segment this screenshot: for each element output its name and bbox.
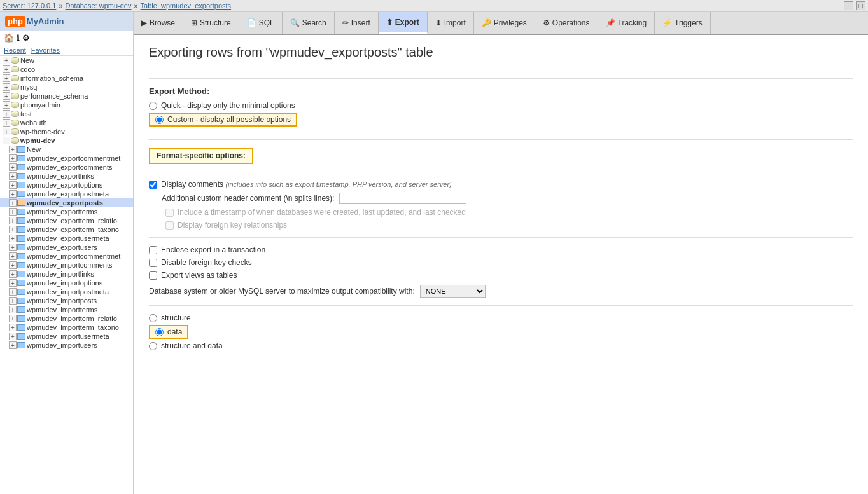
sidebar-table-exportpostmeta[interactable]: + wpmudev_exportpostmeta <box>0 189 133 198</box>
sidebar-table-importterm-relatio[interactable]: + wpmudev_importterm_relatio <box>0 314 133 323</box>
t14-expand[interactable]: + <box>9 270 17 278</box>
sidebar-table-importusermeta[interactable]: + wpmudev_importusermeta <box>0 332 133 341</box>
enclose-transaction-checkbox[interactable] <box>149 246 157 254</box>
tab-structure[interactable]: ⊞ Structure <box>183 12 239 34</box>
sidebar-table-importcomments[interactable]: + wpmudev_importcomments <box>0 261 133 270</box>
t6-expand[interactable]: + <box>9 199 17 207</box>
t12-expand[interactable]: + <box>9 252 17 260</box>
cdcol-expand[interactable]: + <box>3 65 10 73</box>
t21-expand[interactable]: + <box>9 333 17 340</box>
sidebar-table-exportterms[interactable]: + wpmudev_exportterms <box>0 207 133 216</box>
t11-expand[interactable]: + <box>9 244 17 251</box>
new-table-plus[interactable]: + <box>9 146 17 153</box>
sidebar-item-performance-schema[interactable]: + performance_schema <box>0 92 133 100</box>
wptheme-expand[interactable]: + <box>3 128 10 135</box>
t22-expand[interactable]: + <box>9 341 17 349</box>
home-icon[interactable]: 🏠 <box>4 33 14 43</box>
table-link[interactable]: Table: wpmudev_exportposts <box>141 2 231 10</box>
tab-triggers[interactable]: ⚡ Triggers <box>655 12 711 34</box>
recent-link[interactable]: Recent <box>4 46 26 54</box>
favorites-link[interactable]: Favorites <box>31 46 60 54</box>
radio-structure[interactable] <box>149 314 157 322</box>
t19-expand[interactable]: + <box>9 315 17 322</box>
sidebar-item-wp-theme-dev[interactable]: + wp-theme-dev <box>0 127 133 136</box>
mysql-expand[interactable]: + <box>3 83 10 91</box>
export-views-checkbox[interactable] <box>149 271 157 280</box>
t7-expand[interactable]: + <box>9 208 17 216</box>
new-table-item[interactable]: + New <box>0 145 133 154</box>
restore-btn[interactable]: □ <box>856 1 865 10</box>
server-link[interactable]: Server: 127.0.0.1 <box>3 2 56 10</box>
sidebar-table-importposts[interactable]: + wpmudev_importposts <box>0 296 133 305</box>
tab-browse[interactable]: ▶ Browse <box>134 12 183 34</box>
t13-expand[interactable]: + <box>9 261 17 269</box>
t3-expand[interactable]: + <box>9 172 17 180</box>
t10-expand[interactable]: + <box>9 235 17 242</box>
custom-label[interactable]: Custom - display all possible options <box>167 115 291 124</box>
sidebar-table-importterm-taxono[interactable]: + wpmudev_importterm_taxono <box>0 323 133 332</box>
sidebar-table-exportcomments[interactable]: + wpmudev_exportcomments <box>0 163 133 172</box>
sidebar-table-importcommentmet[interactable]: + wpmudev_importcommentmet <box>0 252 133 261</box>
sidebar-item-wpmu-dev[interactable]: − wpmu-dev <box>0 136 133 145</box>
info-icon[interactable]: ℹ <box>17 33 20 43</box>
sidebar-table-exportoptions[interactable]: + wpmudev_exportoptions <box>0 181 133 189</box>
tab-search[interactable]: 🔍 Search <box>283 12 335 34</box>
tab-sql[interactable]: 📄 SQL <box>239 12 283 34</box>
tab-insert[interactable]: ✏ Insert <box>335 12 379 34</box>
db-compat-select[interactable]: NONE ANSI DB2 MAXDB MYSQL323 MYSQL40 MSS… <box>420 285 486 298</box>
sidebar-item-phpmyadmin[interactable]: + phpmyadmin <box>0 100 133 109</box>
display-comments-checkbox[interactable] <box>149 181 157 189</box>
info-expand[interactable]: + <box>3 74 10 82</box>
t15-expand[interactable]: + <box>9 279 17 287</box>
radio-structure-and-data[interactable] <box>149 342 157 350</box>
minimize-btn[interactable]: ─ <box>844 1 854 10</box>
radio-data[interactable] <box>155 328 164 336</box>
tab-operations[interactable]: ⚙ Operations <box>535 12 598 34</box>
test-expand[interactable]: + <box>3 110 10 118</box>
t17-expand[interactable]: + <box>9 297 17 305</box>
sidebar-item-mysql[interactable]: + mysql <box>0 83 133 92</box>
sidebar-table-importpostmeta[interactable]: + wpmudev_importpostmeta <box>0 287 133 296</box>
t2-expand[interactable]: + <box>9 163 17 171</box>
tab-tracking[interactable]: 📌 Tracking <box>598 12 655 34</box>
tab-privileges[interactable]: 🔑 Privileges <box>474 12 535 34</box>
sidebar-table-importlinks[interactable]: + wpmudev_importlinks <box>0 270 133 278</box>
sidebar-table-exportposts[interactable]: + wpmudev_exportposts <box>0 198 133 207</box>
settings-icon[interactable]: ⚙ <box>22 33 30 43</box>
new-plus-icon[interactable]: + <box>3 57 10 64</box>
t20-expand[interactable]: + <box>9 324 17 331</box>
sidebar-item-information-schema[interactable]: + information_schema <box>0 74 133 83</box>
pma-expand[interactable]: + <box>3 101 10 109</box>
radio-quick[interactable] <box>149 102 157 110</box>
wpmudev-expand[interactable]: − <box>3 137 10 144</box>
t5-expand[interactable]: + <box>9 190 17 198</box>
t18-expand[interactable]: + <box>9 306 17 313</box>
t8-expand[interactable]: + <box>9 217 17 224</box>
sidebar-item-cdcol[interactable]: + cdcol <box>0 65 133 74</box>
sidebar-table-importusers[interactable]: + wpmudev_importusers <box>0 341 133 350</box>
quick-label[interactable]: Quick - display only the minimal options <box>161 101 295 110</box>
sidebar-table-exportusermeta[interactable]: + wpmudev_exportusermeta <box>0 234 133 243</box>
sidebar-table-importterms[interactable]: + wpmudev_importterms <box>0 305 133 314</box>
sidebar-table-exportterm-taxono[interactable]: + wpmudev_exportterm_taxono <box>0 225 133 234</box>
additional-header-input[interactable] <box>339 193 466 204</box>
webauth-expand[interactable]: + <box>3 119 10 127</box>
include-timestamp-checkbox[interactable] <box>165 209 174 217</box>
tab-export[interactable]: ⬆ Export <box>379 12 428 34</box>
perf-expand[interactable]: + <box>3 92 10 100</box>
t9-expand[interactable]: + <box>9 226 17 233</box>
t1-expand[interactable]: + <box>9 154 17 162</box>
t16-expand[interactable]: + <box>9 288 17 296</box>
sidebar-table-importoptions[interactable]: + wpmudev_importoptions <box>0 278 133 287</box>
new-database-item[interactable]: + New <box>0 56 133 65</box>
sidebar-table-exportlinks[interactable]: + wpmudev_exportlinks <box>0 172 133 181</box>
display-foreign-key-checkbox[interactable] <box>165 221 174 230</box>
disable-foreign-key-checkbox[interactable] <box>149 259 157 267</box>
tab-import[interactable]: ⬇ Import <box>428 12 474 34</box>
sidebar-table-exportterm-relatio[interactable]: + wpmudev_exportterm_relatio <box>0 216 133 225</box>
sidebar-item-webauth[interactable]: + webauth <box>0 118 133 127</box>
radio-custom[interactable] <box>155 116 164 124</box>
sidebar-table-exportcommentmet[interactable]: + wpmudev_exportcommentmet <box>0 154 133 163</box>
database-link[interactable]: Database: wpmu-dev <box>66 2 132 10</box>
sidebar-item-test[interactable]: + test <box>0 109 133 118</box>
